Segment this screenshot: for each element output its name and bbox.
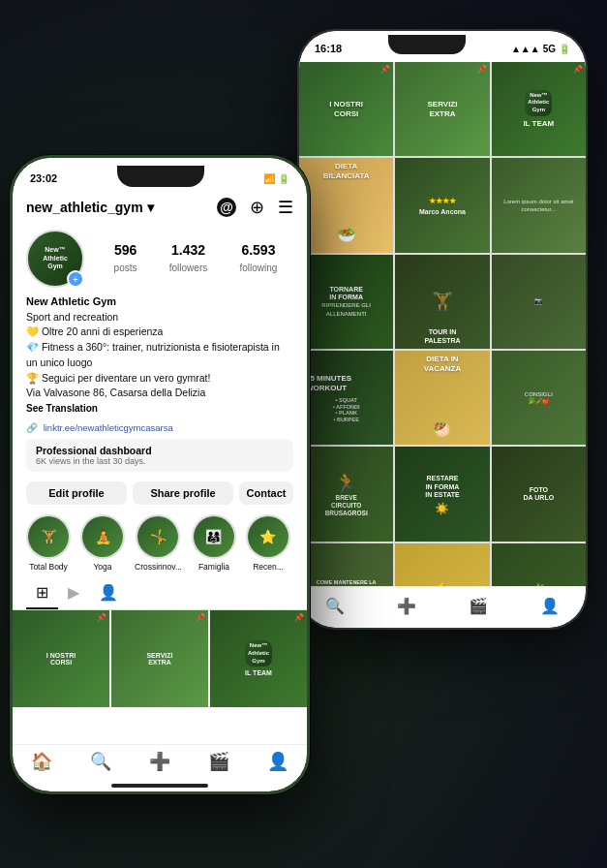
bio-line-1: 💛 Oltre 20 anni di esperienza bbox=[26, 325, 293, 340]
grid-cell-nostri-corsi[interactable]: 📌 I NOSTRICORSI bbox=[299, 62, 393, 156]
front-grid-cell-2[interactable]: 📌 SERVIZIEXTRA bbox=[111, 610, 208, 707]
nav-search[interactable]: 🔍 bbox=[90, 751, 111, 772]
front-status-bar: 23:02 📶 🔋 bbox=[13, 158, 307, 191]
grid-cell-dieta[interactable]: DIETABILANCIATA 🥗 bbox=[299, 158, 393, 252]
front-time: 23:02 bbox=[30, 172, 57, 184]
grid-cell-stars[interactable]: ★★★★ Marco Ancona bbox=[395, 158, 489, 252]
home-indicator bbox=[111, 784, 208, 788]
see-translation[interactable]: See Translation bbox=[26, 403, 98, 414]
cell-label-workout: 15 MINUTESWORKOUT bbox=[303, 371, 389, 395]
tab-reels[interactable]: ▶ bbox=[58, 577, 89, 609]
food-icon-2: 🥙 bbox=[434, 421, 450, 438]
highlight-yoga[interactable]: 🧘 Yoga bbox=[80, 514, 125, 572]
stat-followers[interactable]: 1.432 followers bbox=[169, 242, 207, 275]
tab-grid[interactable]: ⊞ bbox=[26, 577, 58, 609]
nav-profile[interactable]: 👤 bbox=[267, 751, 288, 772]
grid-cell-restare[interactable]: RESTAREIN FORMAIN ESTATE ☀️ bbox=[395, 447, 489, 541]
cell-label-nostri-corsi: I NOSTRICORSI bbox=[329, 100, 363, 118]
grid-cell-come[interactable]: COME MANTENERE LAMASSA MUSCOLAREIN VACAN… bbox=[299, 543, 393, 586]
review-text: Lorem ipsum dolor sit amet consectetur..… bbox=[496, 198, 582, 214]
back-nav-reels[interactable]: 🎬 bbox=[468, 595, 489, 616]
highlight-total-body[interactable]: 🏋️ Total Body bbox=[26, 514, 71, 572]
grid-cell-review[interactable]: Lorem ipsum dolor sit amet consectetur..… bbox=[492, 158, 586, 252]
bio-line-3: 🏆 Seguici per diventare un vero gymrat! bbox=[26, 371, 293, 387]
back-status-bar: 16:18 ▲▲▲ 5G 🔋 bbox=[299, 31, 586, 62]
grid-cell-vacanza[interactable]: 🌴 bbox=[492, 543, 586, 586]
profile-bio: New Athletic Gym Sport and recreation 💛 … bbox=[13, 292, 307, 420]
pin-icon-3: 📌 bbox=[573, 65, 583, 75]
grid-cell-circuito[interactable]: 🏃 BREVECIRCUITOBRUSAGROSI bbox=[299, 447, 393, 541]
avatar-badge[interactable]: + bbox=[67, 270, 84, 288]
nav-reels[interactable]: 🎬 bbox=[208, 751, 229, 772]
back-status-icons: ▲▲▲ 5G 🔋 bbox=[511, 44, 570, 54]
grid-cell-tour[interactable]: TOUR INPALESTRA 🏋️ bbox=[395, 255, 489, 349]
phone-back: 16:18 ▲▲▲ 5G 🔋 📌 I NOSTRICORSI bbox=[297, 29, 588, 630]
back-nav-profile[interactable]: 👤 bbox=[539, 595, 561, 616]
tab-tagged[interactable]: 👤 bbox=[89, 577, 128, 609]
highlight-img-3: 🤸 bbox=[137, 516, 178, 557]
back-nav-add[interactable]: ➕ bbox=[396, 595, 417, 616]
pin-icon-2: 📌 bbox=[477, 65, 487, 75]
cell-label-come: COME MANTENERE LAMASSA MUSCOLAREIN VACAN… bbox=[317, 579, 377, 586]
add-post-icon[interactable]: ⊕ bbox=[250, 197, 264, 218]
grid-cell-dieta-vac[interactable]: DIETA INVACANZA 🥙 bbox=[395, 351, 489, 445]
grid-cell-workout[interactable]: 15 MINUTESWORKOUT • SQUAT• AFFONDI• PLAN… bbox=[299, 351, 393, 445]
highlight-img-2: 🧘 bbox=[82, 516, 123, 557]
signal-icon: ▲▲▲ bbox=[511, 44, 540, 54]
scene: 16:18 ▲▲▲ 5G 🔋 📌 I NOSTRICORSI bbox=[0, 0, 607, 868]
highlight-label-1: Total Body bbox=[29, 562, 68, 572]
grid-cell-tornare[interactable]: TORNAREIN FORMARIPRENDERE GLIALLENAMENTI bbox=[299, 255, 393, 349]
back-time: 16:18 bbox=[315, 43, 342, 54]
highlight-label-2: Yoga bbox=[93, 562, 111, 572]
profile-link[interactable]: 🔗 linktr.ee/newathleticgymcasarsa bbox=[13, 420, 307, 435]
highlight-crossinnovation[interactable]: 🤸 Crossinnov... bbox=[135, 514, 182, 572]
grid-cell-extra2[interactable]: 📷 bbox=[492, 255, 586, 349]
phone-front: 23:02 📶 🔋 new_athletic_gym ▾ @ ⊕ ☰ bbox=[10, 155, 310, 794]
cell-label-consigli: CONSIGLI🥦🥕🍎 bbox=[525, 391, 553, 405]
front-label-2: SERVIZIEXTRA bbox=[146, 652, 172, 666]
edit-profile-button[interactable]: Edit profile bbox=[26, 481, 127, 505]
menu-icon[interactable]: ☰ bbox=[278, 197, 293, 218]
cell-label-extra2: 📷 bbox=[534, 297, 543, 305]
bio-line-2: 💎 Fitness a 360°: trainer, nutrizionista… bbox=[26, 340, 293, 371]
highlight-recenti[interactable]: ⭐ Recen... bbox=[246, 514, 290, 572]
profile-avatar[interactable]: New™AthleticGym + bbox=[26, 230, 84, 288]
username-text: new_athletic_gym bbox=[26, 200, 143, 215]
share-profile-button[interactable]: Share profile bbox=[133, 481, 233, 505]
grid-cell-massa[interactable]: 💪 bbox=[395, 543, 489, 586]
grid-cell-foto[interactable]: FOTODA URLO bbox=[492, 447, 586, 541]
professional-dashboard[interactable]: Professional dashboard 6K views in the l… bbox=[26, 439, 293, 472]
link-text[interactable]: linktr.ee/newathleticgymcasarsa bbox=[44, 422, 173, 433]
grid-cell-consigli[interactable]: CONSIGLI🥦🥕🍎 bbox=[492, 351, 586, 445]
pin-icon-front-1: 📌 bbox=[97, 613, 106, 622]
bio-name: New Athletic Gym bbox=[26, 294, 293, 310]
cell-label-restare: RESTAREIN FORMAIN ESTATE bbox=[422, 472, 463, 502]
nav-home[interactable]: 🏠 bbox=[31, 751, 52, 772]
tour-icon: 🏋️ bbox=[432, 292, 453, 313]
grid-cell-il-team[interactable]: 📌 New™AthleticGym IL TEAM bbox=[492, 62, 586, 156]
front-grid-cell-3[interactable]: 📌 New™AthleticGym IL TEAM bbox=[210, 610, 307, 707]
circuito-img: 🏃 bbox=[334, 471, 358, 494]
grid-cell-servizi-extra[interactable]: 📌 SERVIZIEXTRA bbox=[395, 62, 489, 156]
header-icons: @ ⊕ ☰ bbox=[217, 197, 293, 218]
massa-icon: 💪 bbox=[433, 581, 452, 586]
back-notch bbox=[388, 35, 466, 54]
front-grid-cell-1[interactable]: 📌 I NOSTRICORSI bbox=[13, 610, 109, 707]
front-notch bbox=[117, 166, 204, 187]
profile-header: new_athletic_gym ▾ @ ⊕ ☰ bbox=[13, 191, 307, 222]
cell-label-servizi: SERVIZIEXTRA bbox=[428, 100, 458, 118]
stat-following[interactable]: 6.593 following bbox=[239, 242, 277, 275]
nav-add[interactable]: ➕ bbox=[149, 751, 170, 772]
username-display[interactable]: new_athletic_gym ▾ bbox=[26, 200, 154, 215]
highlight-famiglia[interactable]: 👨‍👩‍👧 Famiglia bbox=[192, 514, 236, 572]
threads-icon[interactable]: @ bbox=[217, 198, 236, 217]
wifi-icon: 📶 bbox=[263, 173, 275, 184]
contact-button[interactable]: Contact bbox=[239, 481, 293, 505]
workout-items: • SQUAT• AFFONDI• PLANK• BURPEE bbox=[303, 395, 389, 424]
back-nav-search[interactable]: 🔍 bbox=[324, 595, 346, 616]
pin-icon-front-2: 📌 bbox=[196, 613, 205, 622]
highlight-img-1: 🏋️ bbox=[28, 516, 69, 557]
cell-label-tour: TOUR INPALESTRA bbox=[424, 328, 460, 345]
cell-label-circuito: BREVECIRCUITOBRUSAGROSI bbox=[325, 494, 368, 516]
cell-label-tornare: TORNAREIN FORMARIPRENDERE GLIALLENAMENTI bbox=[321, 286, 371, 319]
